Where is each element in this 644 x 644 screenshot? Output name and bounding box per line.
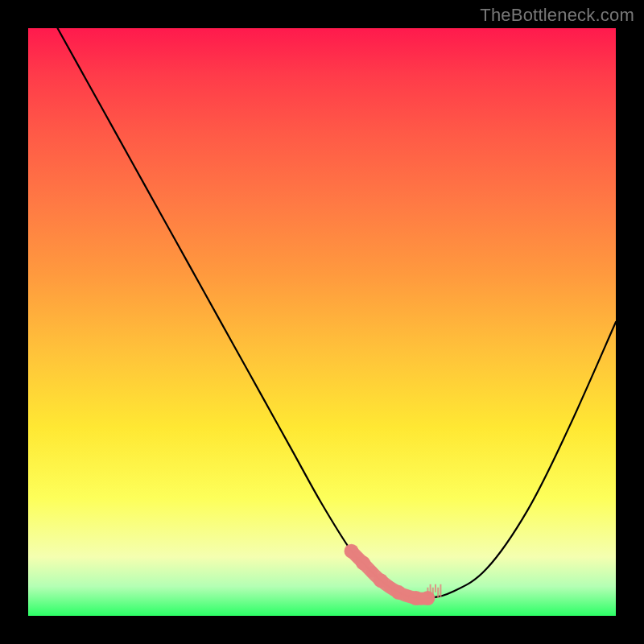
watermark-text: TheBottleneck.com xyxy=(480,5,634,26)
bottleneck-curve-path xyxy=(58,28,617,599)
valley-highlight xyxy=(345,544,441,605)
curve-svg xyxy=(28,28,616,616)
chart-frame: TheBottleneck.com xyxy=(0,0,644,644)
plot-area xyxy=(28,28,616,616)
